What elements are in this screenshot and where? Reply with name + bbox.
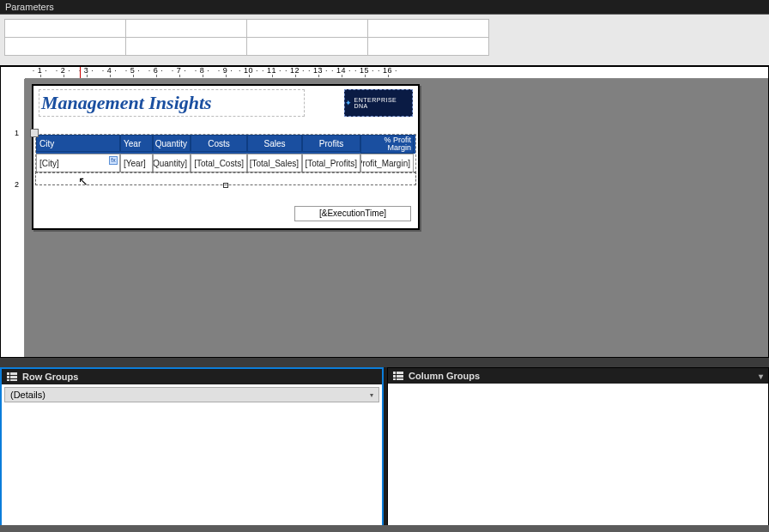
ruler-tick: · 1 · bbox=[28, 67, 51, 75]
cell-sales[interactable]: [Total_Sales] bbox=[247, 154, 302, 172]
cursor-icon: ↖ bbox=[78, 174, 88, 188]
ruler-tick: · 2 · bbox=[51, 67, 75, 75]
col-margin-l2: Margin bbox=[387, 144, 411, 152]
col-sales[interactable]: Sales bbox=[247, 135, 302, 152]
ruler-tick: · 12 · bbox=[283, 67, 306, 75]
status-bar bbox=[0, 525, 769, 532]
param-cell[interactable] bbox=[367, 19, 489, 38]
cell-profits[interactable]: [Total_Profits] bbox=[302, 154, 360, 172]
col-year[interactable]: Year bbox=[120, 135, 153, 152]
param-cell[interactable] bbox=[125, 37, 247, 56]
grouping-pane: Row Groups (Details) ▾ Column Groups ▾ bbox=[0, 367, 769, 532]
parameters-grid[interactable] bbox=[5, 20, 493, 56]
expression-icon[interactable]: fx bbox=[109, 156, 118, 165]
col-costs[interactable]: Costs bbox=[191, 135, 247, 152]
logo-text: ENTERPRISE DNA bbox=[354, 97, 413, 109]
design-surface: · 1 ·· 2 ·· 3 ·· 4 ·· 5 ·· 6 ·· 7 ·· 8 ·… bbox=[0, 66, 769, 358]
param-cell[interactable] bbox=[246, 37, 368, 56]
param-cell[interactable] bbox=[4, 19, 126, 38]
resize-handle[interactable] bbox=[223, 183, 228, 188]
parameters-panel: Parameters bbox=[0, 0, 769, 66]
logo-spark-icon: ✦ bbox=[345, 99, 353, 107]
ruler-tick: · 3 · bbox=[75, 67, 98, 75]
table-detail-row: [City] fx [Year] Quantity] [Total_Costs]… bbox=[36, 154, 415, 172]
row-groups-panel[interactable]: Row Groups (Details) ▾ bbox=[0, 367, 384, 532]
cell-margin[interactable]: Profit_Margin] bbox=[360, 154, 414, 172]
ruler-tick: · 13 · bbox=[306, 67, 330, 75]
row-group-item[interactable]: (Details) ▾ bbox=[4, 387, 379, 402]
ruler-tick: · 16 · bbox=[376, 67, 399, 75]
ruler-tick: · 8 · bbox=[191, 67, 214, 75]
table-select-handle[interactable] bbox=[30, 129, 39, 137]
ruler-tick: · 14 · bbox=[330, 67, 353, 75]
param-cell[interactable] bbox=[246, 19, 368, 38]
ruler-tick: · 9 · bbox=[214, 67, 237, 75]
row-groups-label: Row Groups bbox=[22, 372, 78, 382]
ruler-tick: · 10 · bbox=[237, 67, 260, 75]
report-title[interactable]: Management Insights bbox=[39, 89, 305, 117]
row-group-item-label: (Details) bbox=[10, 390, 45, 400]
ruler-tick: · 7 · bbox=[167, 67, 191, 75]
groups-icon bbox=[7, 372, 17, 381]
cell-city[interactable]: [City] fx bbox=[36, 154, 120, 172]
row-groups-list[interactable]: (Details) ▾ bbox=[2, 384, 382, 530]
param-cell[interactable] bbox=[4, 37, 126, 56]
ruler-tick: · 11 · bbox=[260, 67, 283, 75]
ruler-tick: · 5 · bbox=[121, 67, 144, 75]
report-body[interactable]: Management Insights ✦ ENTERPRISE DNA Cit… bbox=[32, 84, 420, 230]
design-canvas[interactable]: Management Insights ✦ ENTERPRISE DNA Cit… bbox=[25, 79, 768, 357]
ruler-vertical[interactable]: 1 2 bbox=[13, 79, 25, 357]
ruler-horizontal[interactable]: · 1 ·· 2 ·· 3 ·· 4 ·· 5 ·· 6 ·· 7 ·· 8 ·… bbox=[25, 67, 768, 79]
report-logo[interactable]: ✦ ENTERPRISE DNA bbox=[344, 89, 413, 117]
column-groups-list[interactable] bbox=[388, 384, 768, 531]
report-table[interactable]: City Year Quantity Costs Sales Profits %… bbox=[35, 134, 416, 173]
ruler-tick: · 15 · bbox=[353, 67, 376, 75]
col-city[interactable]: City bbox=[36, 135, 120, 152]
ruler-tick: · 6 · bbox=[144, 67, 167, 75]
ruler-tick: · 4 · bbox=[98, 67, 121, 75]
ruler-marker bbox=[80, 67, 81, 79]
cell-city-text: [City] bbox=[39, 159, 59, 168]
table-header-row: City Year Quantity Costs Sales Profits %… bbox=[36, 135, 415, 154]
execution-time-box[interactable]: [&ExecutionTime] bbox=[294, 206, 411, 221]
column-groups-panel[interactable]: Column Groups ▾ bbox=[387, 367, 769, 532]
col-profits[interactable]: Profits bbox=[302, 135, 360, 152]
column-groups-label: Column Groups bbox=[409, 371, 480, 381]
param-cell[interactable] bbox=[367, 37, 489, 56]
cell-year[interactable]: [Year] bbox=[120, 154, 153, 172]
dropdown-icon[interactable]: ▾ bbox=[370, 391, 373, 399]
ruler-v-1: 1 bbox=[15, 129, 19, 137]
parameters-body[interactable] bbox=[0, 14, 769, 65]
groups-icon bbox=[393, 372, 403, 380]
row-groups-header[interactable]: Row Groups bbox=[2, 369, 382, 384]
col-quantity[interactable]: Quantity bbox=[153, 135, 191, 152]
column-groups-header[interactable]: Column Groups ▾ bbox=[388, 368, 768, 384]
parameters-header[interactable]: Parameters bbox=[0, 0, 769, 14]
cell-quantity[interactable]: Quantity] bbox=[153, 154, 191, 172]
ruler-v-2: 2 bbox=[15, 180, 19, 189]
panel-menu-icon[interactable]: ▾ bbox=[759, 372, 763, 381]
param-cell[interactable] bbox=[125, 19, 247, 38]
col-margin[interactable]: % Profit Margin bbox=[360, 135, 414, 154]
cell-costs[interactable]: [Total_Costs] bbox=[191, 154, 247, 172]
